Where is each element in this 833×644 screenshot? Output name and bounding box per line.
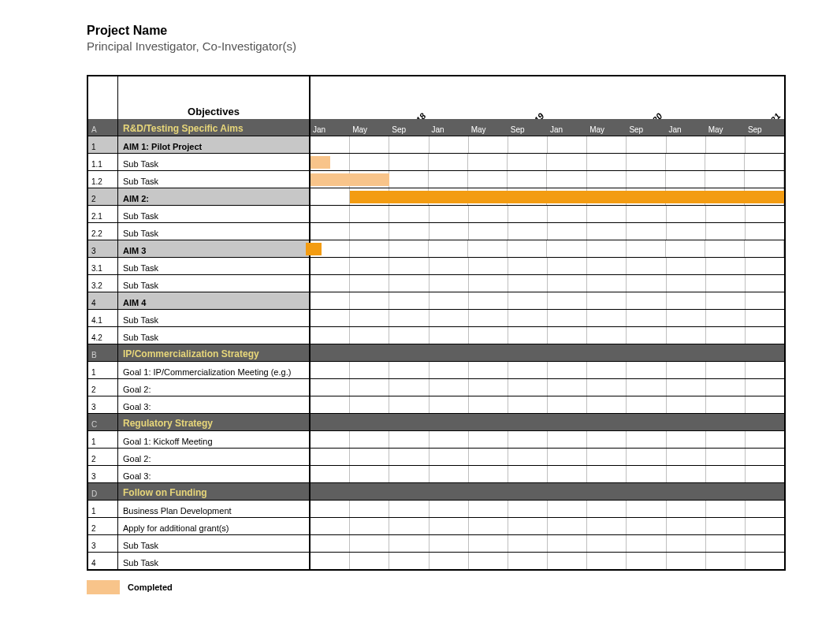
month-cell [389,154,429,170]
month-cell [667,344,706,361]
month-cell [548,466,587,482]
month-cell [706,396,746,413]
row-index: 3 [88,396,118,413]
month-cell [430,396,469,413]
month-cell [469,518,508,534]
month-cell [667,535,706,552]
month-cell [350,535,389,552]
month-cell [508,466,548,482]
month-cell [350,466,389,482]
month-cell [350,136,389,153]
month-cell [508,553,548,569]
month-cell [311,535,350,552]
month-cell [508,518,548,534]
aim-row: 3AIM 3 [88,240,784,258]
month-cell [350,310,389,326]
month-cell [469,466,508,482]
task-row: 1.2Sub Task [88,171,784,188]
month-cell [667,501,706,517]
month-cell [311,553,350,569]
row-index: 4.2 [88,327,118,344]
section-index: A [88,119,118,136]
month-cell [508,501,548,517]
month-cell [389,206,429,222]
section-index: C [88,414,118,430]
row-index: 4 [88,292,118,309]
month-cell [666,154,705,170]
month-cell [587,535,627,552]
month-cell [667,223,706,240]
row-index: 1.1 [88,154,118,170]
month-cell [468,76,508,119]
month-cell [389,223,429,240]
month-cell [508,240,547,257]
row-label: Goal 2: [118,379,311,396]
month-cell [667,483,706,500]
row-index: 2 [88,518,118,534]
month-cell [627,535,666,552]
month-cell [430,553,469,569]
month-cell [548,483,587,500]
month-cell [508,275,548,292]
task-row: 4.1Sub Task [88,310,784,327]
row-index: 2.2 [88,223,118,240]
month-cell [587,258,627,274]
task-row: 1Business Plan Development [88,501,784,518]
month-cell [706,223,746,240]
month-cell [469,327,508,344]
month-cell [468,154,508,170]
section-title: Follow on Funding [118,483,311,500]
month-cell [587,275,627,292]
month-cell [350,396,389,413]
month-cell [469,310,508,326]
row-label: Sub Task [118,258,311,274]
month-cell [587,76,627,119]
row-index: 3.1 [88,258,118,274]
month-cell [508,136,548,153]
month-cell [548,396,587,413]
month-cell [350,414,389,430]
month-cell [508,327,548,344]
month-cell [389,275,429,292]
row-label: AIM 4 [118,292,311,309]
row-index: 2 [88,379,118,396]
month-cell [746,483,784,500]
month-cell [469,449,508,465]
month-cell [587,240,627,257]
task-row: 1.1Sub Task [88,154,784,171]
month-cell [667,258,706,274]
row-label: Sub Task [118,535,311,552]
month-cell [627,327,666,344]
task-row: 2Apply for additional grant(s) [88,518,784,535]
month-cell [350,275,389,292]
legend-swatch-completed [87,580,120,594]
month-cell [430,362,469,378]
month-cell [389,518,429,534]
task-row: 2Goal 2: [88,449,784,466]
month-cell [508,223,548,240]
month-cell [548,518,587,534]
month-cell [389,431,429,448]
month-cell [430,501,469,517]
month-cell [311,136,350,153]
row-label: Goal 3: [118,466,311,482]
month-cell [746,431,784,448]
month-cell: Jan [667,119,706,136]
month-cell [469,136,508,153]
row-index: 3 [88,240,118,257]
row-label: Sub Task [118,275,311,292]
month-cell [706,449,746,465]
month-cell [667,362,706,378]
month-cell [746,518,784,534]
month-cell [627,553,666,569]
month-cell [746,327,784,344]
month-cell [587,362,627,378]
month-cell [430,379,469,396]
month-cell [311,275,350,292]
month-cell: May [469,119,508,136]
month-cell [746,449,784,465]
month-cell [746,206,784,222]
month-cell [706,483,746,500]
month-cell [429,76,468,119]
row-label: Goal 1: IP/Commercialization Meeting (e.… [118,362,311,378]
